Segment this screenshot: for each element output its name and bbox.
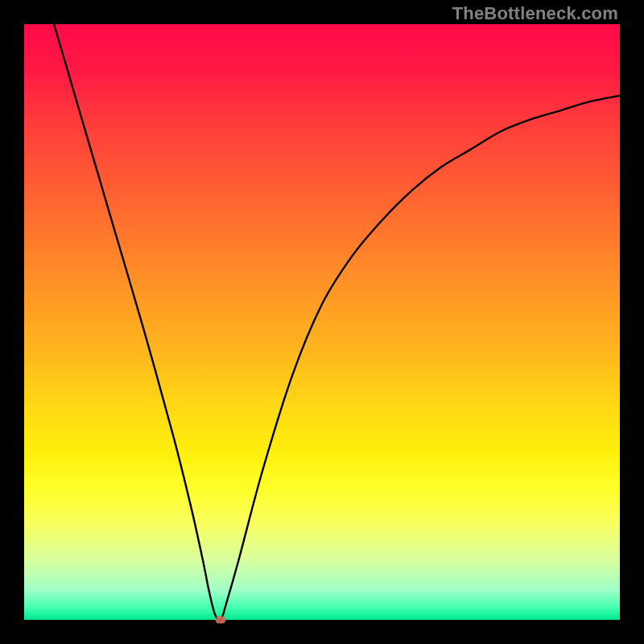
plot-area (24, 24, 620, 620)
bottleneck-curve (24, 24, 620, 620)
minimum-marker (216, 617, 226, 624)
chart-frame: TheBottleneck.com (0, 0, 644, 644)
curve-path (54, 24, 620, 621)
attribution-text: TheBottleneck.com (452, 3, 618, 24)
